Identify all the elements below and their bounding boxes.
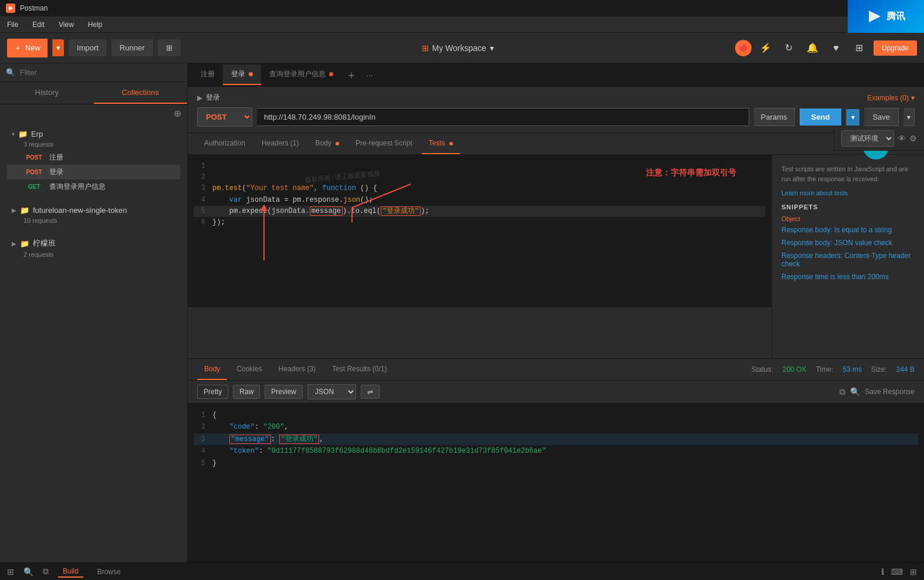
learn-more-link[interactable]: Learn more about tests [781,189,915,196]
request-userinfo-name: 查询登录用户信息 [49,182,106,192]
request-userinfo[interactable]: GET 查询登录用户信息 [7,179,180,194]
breadcrumb-name: 登录 [206,93,220,103]
build-tab[interactable]: Build [58,566,83,578]
layout-button[interactable]: ⊞ [158,39,181,56]
save-button[interactable]: Save [864,108,899,126]
titlebar: Postman [0,0,924,16]
environment-select[interactable]: 测试环境 [841,130,894,147]
request-breadcrumb: ▶ 登录 Examples (0) ▾ [197,93,915,103]
preview-button[interactable]: Preview [265,385,303,399]
manage-env-button[interactable]: ⚙ [909,134,917,143]
workspace-selector: ⊞ My Workspace ▾ [185,43,730,53]
wrap-button[interactable]: ⇌ [361,385,380,399]
tabs-bar: 注册 登录 查询登录用户信息 ＋ ··· [188,63,924,87]
snippet-2[interactable]: Response body: JSON value check [781,239,915,247]
interceptor-button[interactable]: ⚡ [756,39,775,57]
browse-tab[interactable]: Browse [93,567,126,577]
tab-collections[interactable]: Collections [94,82,188,104]
code-line-5: 5 pm.expect(jsonData.message).to.eql("登录… [194,206,766,217]
console-button[interactable]: ⊞ [7,567,14,576]
request-login[interactable]: POST 登录 [7,165,180,179]
svg-marker-5 [869,11,881,22]
tests-dot [449,142,453,145]
collection-futureloan-name: futureloan-new-single-token [33,206,127,215]
main-content: 注册 登录 查询登录用户信息 ＋ ··· ▶ 登录 Examples (0) ▾ [188,63,924,562]
runner-button[interactable]: Runner [111,39,153,56]
format-select[interactable]: JSON XML HTML Text [307,384,356,399]
menu-help[interactable]: Help [86,19,105,30]
time-label: Time: [816,365,834,374]
new-button[interactable]: ＋ New [7,39,48,57]
req-tab-prerequest[interactable]: Pre-request Script [348,133,419,154]
response-tab-body[interactable]: Body [197,359,227,380]
method-select[interactable]: POST GET PUT DELETE [197,107,252,127]
sidebar-tabs: History Collections [0,82,187,104]
response-tab-testresults[interactable]: Test Results (0/1) [325,359,394,380]
tab-login[interactable]: 登录 [223,65,261,85]
snippet-1[interactable]: Response body: Is equal to a string [781,226,915,234]
response-tab-headers[interactable]: Headers (3) [272,359,323,380]
menu-view[interactable]: View [56,19,76,30]
collection-erp-header[interactable]: ▾ 📁 Erp [7,127,180,141]
code-line-3: 3 pm.test("Your test name", function () … [194,183,766,194]
send-button[interactable]: Send [800,108,842,126]
layout-bottom-button[interactable]: ⊞ [910,567,917,576]
tab-register[interactable]: 注册 [192,65,223,85]
req-tab-headers[interactable]: Headers (1) [255,133,306,154]
pretty-button[interactable]: Pretty [197,385,228,399]
tencent-logo: 腾讯 [848,0,924,33]
search-response-button[interactable]: 🔍 [850,387,860,397]
sync-button[interactable]: ↻ [780,39,798,57]
response-tab-cookies[interactable]: Cookies [229,359,269,380]
trash-button[interactable]: ⧉ [43,567,49,576]
collection-futureloan-header[interactable]: ▶ 📁 futureloan-new-single-token [7,203,180,217]
snippet-4[interactable]: Response time is less than 200ms [781,273,915,281]
menu-edit[interactable]: Edit [30,19,47,30]
tab-history[interactable]: History [0,82,94,104]
collection-erp-count: 3 requests [7,141,180,148]
params-button[interactable]: Params [754,108,795,126]
more-tabs-button[interactable]: ··· [361,70,378,80]
heart-button[interactable]: ♥ [827,39,845,57]
new-collection-button[interactable]: ⊕ [174,108,181,119]
search-button[interactable]: 🔍 [23,567,33,576]
upgrade-button[interactable]: Upgrade [874,40,917,56]
editor-snippets-area: 1 2 3 pm.test("Your test name", function… [188,155,924,358]
import-button[interactable]: Import [69,39,107,56]
snippet-3[interactable]: Response headers: Content-Type header ch… [781,252,915,268]
save-response-button[interactable]: Save Response [865,387,915,397]
collection-futureloan-count: 10 requests [7,217,180,224]
request-tabs: Authorization Headers (1) Body Pre-reque… [188,133,924,155]
request-register[interactable]: POST 注册 [7,150,180,165]
folder-icon: 📁 [20,239,29,248]
url-input[interactable] [257,108,749,126]
tab-userinfo[interactable]: 查询登录用户信息 [261,65,341,85]
snippets-type[interactable]: Object [781,215,915,222]
req-tab-auth[interactable]: Authorization [197,133,252,154]
notifications-button[interactable]: 🔔 [803,39,822,57]
code-editor[interactable]: 1 2 3 pm.test("Your test name", function… [188,155,771,307]
eye-button[interactable]: 👁 [898,134,906,143]
send-dropdown-button[interactable]: ▾ [846,109,859,126]
new-dropdown-button[interactable]: ▾ [52,39,64,56]
req-tab-body[interactable]: Body [308,133,346,154]
add-tab-button[interactable]: ＋ [341,68,361,82]
keyboard-button[interactable]: ⌨ [891,567,903,576]
search-input[interactable] [20,68,181,77]
method-post-badge: POST [23,154,45,161]
collection-lemon-header[interactable]: ▶ 📁 柠檬班 [7,236,180,251]
code-line-6: 6 }); [194,217,766,228]
examples-link[interactable]: Examples (0) ▾ [867,94,915,102]
raw-button[interactable]: Raw [233,385,260,399]
menu-file[interactable]: File [5,19,21,30]
req-tab-tests[interactable]: Tests [422,133,460,154]
workspace-button[interactable]: ⊞ My Workspace ▾ [422,43,494,53]
resp-line-3: 3 "message": "登录成功", [194,433,918,445]
copy-response-button[interactable]: ⧉ [840,387,845,397]
tencent-text: 腾讯 [886,11,905,23]
user-avatar[interactable]: 🔴 [735,40,752,56]
settings-button[interactable]: ⊞ [850,39,869,57]
snippets-panel: Test scripts are written in JavaScript a… [771,155,924,358]
save-dropdown-button[interactable]: ▾ [903,108,915,126]
info-button[interactable]: ℹ [881,567,884,576]
